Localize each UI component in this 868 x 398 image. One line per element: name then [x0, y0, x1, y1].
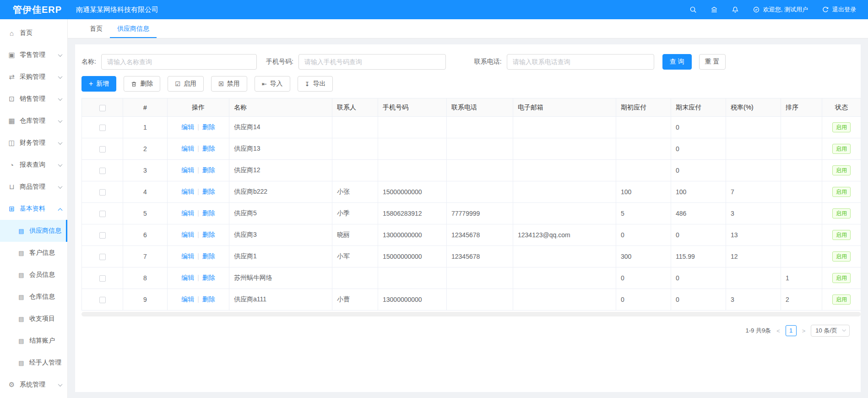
edit-link[interactable]: 编辑 — [181, 231, 194, 238]
cell-contact: 小曹 — [332, 289, 378, 311]
chevron-down-icon — [58, 96, 63, 101]
select-all-checkbox[interactable] — [99, 105, 106, 111]
row-checkbox[interactable] — [99, 275, 106, 282]
edit-link[interactable]: 编辑 — [181, 209, 194, 217]
main-area: 首页供应商信息 名称: 手机号码: 联系电话: 查 询 重 置 +新增删除☑启用… — [68, 0, 868, 398]
horizontal-scrollbar[interactable] — [81, 312, 861, 316]
delete-link[interactable]: 删除 — [202, 252, 215, 260]
disable-button[interactable]: ☒禁用 — [211, 76, 247, 92]
cell-opening_payable — [616, 160, 671, 181]
cell-name: 供应商a111 — [229, 289, 332, 311]
row-actions-cell: 编辑|删除 — [168, 117, 229, 138]
sidebar-item-member-info[interactable]: ▤会员信息 — [0, 264, 67, 286]
user-welcome[interactable]: 欢迎您, 测试用户 — [753, 5, 808, 14]
cell-name: 供应商12 — [229, 160, 332, 181]
delete-link[interactable]: 删除 — [202, 231, 215, 238]
cell-mobile: 13000000000 — [378, 289, 447, 311]
cell-mobile — [378, 117, 447, 138]
name-filter-input[interactable] — [101, 54, 257, 70]
row-checkbox[interactable] — [99, 189, 106, 196]
row-actions-cell: 编辑|删除 — [168, 246, 229, 267]
cell-email — [513, 181, 616, 203]
export-button[interactable]: ↧导出 — [298, 76, 333, 92]
row-checkbox[interactable] — [99, 254, 106, 260]
cell-phone: 77779999 — [447, 203, 513, 224]
prev-page-button[interactable]: < — [776, 327, 780, 334]
delete-link[interactable]: 删除 — [202, 188, 215, 195]
cell-closing_payable: 115.99 — [671, 246, 726, 267]
home-icon: ⌂ — [8, 29, 16, 37]
tab-bar: 首页供应商信息 — [68, 19, 868, 38]
cell-contact: 晓丽 — [332, 224, 378, 246]
sidebar-item-finance[interactable]: ◫财务管理 — [0, 132, 67, 154]
tab-supplier-info[interactable]: 供应商信息 — [110, 19, 157, 38]
cell-sort: 1 — [781, 267, 822, 289]
edit-link[interactable]: 编辑 — [181, 123, 194, 131]
delete-button[interactable]: 删除 — [124, 76, 160, 92]
sidebar-item-settlement-account[interactable]: ▤结算账户 — [0, 330, 67, 352]
sidebar-item-goods[interactable]: ⊔商品管理 — [0, 176, 67, 198]
edit-link[interactable]: 编辑 — [181, 188, 194, 195]
sidebar-item-purchase[interactable]: ⇄采购管理 — [0, 66, 67, 88]
column-header: 状态 — [822, 98, 861, 117]
row-checkbox[interactable] — [99, 297, 106, 303]
row-checkbox[interactable] — [99, 146, 106, 153]
edit-link[interactable]: 编辑 — [181, 295, 194, 303]
topbar-actions: 欢迎您, 测试用户 退出登录 — [689, 5, 868, 14]
row-checkbox[interactable] — [99, 125, 106, 131]
row-checkbox[interactable] — [99, 211, 106, 217]
import-button[interactable]: ⇤导入 — [255, 76, 290, 92]
sidebar-item-system[interactable]: ⚙系统管理 — [0, 374, 67, 396]
tab-home[interactable]: 首页 — [82, 19, 110, 38]
edit-link[interactable]: 编辑 — [181, 274, 194, 281]
delete-link[interactable]: 删除 — [202, 295, 215, 303]
delete-link[interactable]: 删除 — [202, 274, 215, 281]
report-icon: ◔ — [8, 161, 16, 169]
cell-sort — [781, 117, 822, 138]
edit-link[interactable]: 编辑 — [181, 252, 194, 260]
sidebar-item-home[interactable]: ⌂首页 — [0, 22, 67, 44]
sidebar-item-supplier-info[interactable]: ▤供应商信息 — [0, 220, 67, 242]
search-icon[interactable] — [689, 6, 697, 13]
delete-link[interactable]: 删除 — [202, 145, 215, 152]
cell-name: 苏州蜗牛网络 — [229, 267, 332, 289]
reset-button[interactable]: 重 置 — [699, 54, 726, 70]
sidebar-item-basic-data[interactable]: ⊞基本资料 — [0, 198, 67, 220]
logout-button[interactable]: 退出登录 — [822, 5, 856, 14]
sidebar-item-income-expense[interactable]: ▤收支项目 — [0, 308, 67, 330]
delete-link[interactable]: 删除 — [202, 123, 215, 131]
current-page[interactable]: 1 — [786, 325, 797, 336]
edit-link[interactable]: 编辑 — [181, 145, 194, 152]
status-cell: 启用 — [822, 224, 861, 246]
row-checkbox[interactable] — [99, 168, 106, 174]
cell-tax_rate — [726, 267, 781, 289]
sidebar-item-handler-management[interactable]: ▤经手人管理 — [0, 352, 67, 374]
bank-icon[interactable] — [711, 6, 718, 13]
add-button[interactable]: +新增 — [81, 76, 116, 92]
sidebar-item-retail[interactable]: ▣零售管理 — [0, 44, 67, 66]
sidebar-item-report[interactable]: ◔报表查询 — [0, 154, 67, 176]
sidebar-item-label: 报表查询 — [20, 161, 57, 169]
chevron-down-icon — [58, 382, 63, 387]
bell-icon[interactable] — [732, 6, 739, 13]
sidebar-item-sales[interactable]: ⊡销售管理 — [0, 88, 67, 110]
delete-link[interactable]: 删除 — [202, 209, 215, 217]
sidebar-item-warehouse-info[interactable]: ▤仓库信息 — [0, 286, 67, 308]
sidebar-item-customer-info[interactable]: ▤客户信息 — [0, 242, 67, 264]
search-button[interactable]: 查 询 — [662, 54, 692, 70]
phone-filter-input[interactable] — [507, 54, 654, 70]
chevron-down-icon — [58, 118, 63, 123]
delete-link[interactable]: 删除 — [202, 166, 215, 174]
row-checkbox-cell — [82, 203, 123, 224]
row-checkbox-cell — [82, 289, 123, 311]
edit-link[interactable]: 编辑 — [181, 166, 194, 174]
sidebar-item-warehouse[interactable]: ▦仓库管理 — [0, 110, 67, 132]
row-checkbox[interactable] — [99, 232, 106, 239]
sidebar-item-label: 采购管理 — [20, 73, 57, 81]
cell-closing_payable: 100 — [671, 181, 726, 203]
cell-mobile: 15806283912 — [378, 203, 447, 224]
enable-button[interactable]: ☑启用 — [168, 76, 204, 92]
page-size-select[interactable]: 10 条/页 — [811, 325, 850, 337]
mobile-filter-input[interactable] — [298, 54, 446, 70]
next-page-button[interactable]: > — [802, 327, 806, 334]
